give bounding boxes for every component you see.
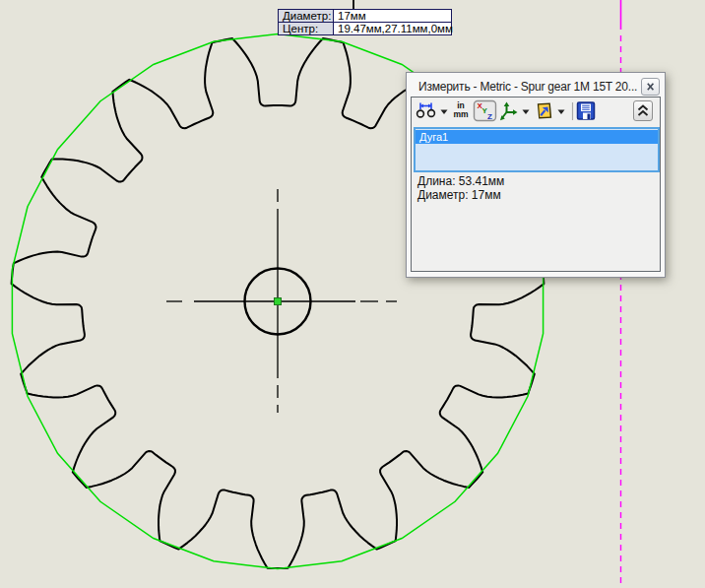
svg-text:Z: Z — [487, 112, 492, 121]
svg-text:mm: mm — [453, 109, 469, 119]
